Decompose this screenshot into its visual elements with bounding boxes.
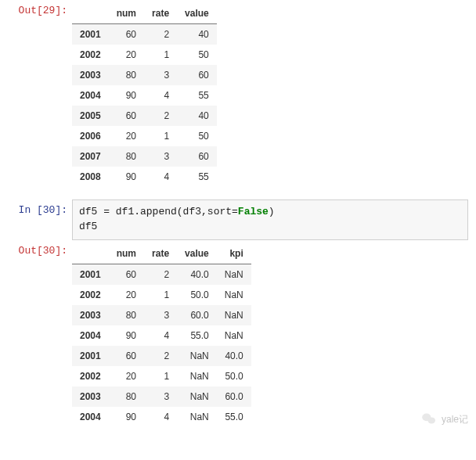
df30-cell: 2 [144, 264, 177, 285]
df30-cell: 90 [109, 325, 144, 346]
table-row: 2004904NaN55.0 [72, 407, 251, 427]
df30-cell: NaN [177, 366, 217, 386]
df29-cell: 55 [177, 167, 217, 187]
df29-idx: 2005 [72, 106, 109, 126]
df29-idx: 2004 [72, 85, 109, 106]
df29-cell: 3 [144, 146, 177, 167]
df30-col-num: num [109, 243, 144, 264]
code-input-30[interactable]: df5 = df1.append(df3,sort=False) df5 [72, 199, 468, 240]
df29-idx: 2008 [72, 167, 109, 187]
df30-cell: 1 [144, 366, 177, 386]
df29-cell: 55 [177, 85, 217, 106]
df30-cell: 80 [109, 305, 144, 325]
table-row: 200160240 [72, 24, 217, 45]
watermark-text: yale记 [442, 413, 468, 426]
df29-cell: 3 [144, 65, 177, 85]
df30-idx: 2004 [72, 407, 109, 427]
table-row: 2001602NaN40.0 [72, 346, 251, 366]
df29-col-rate: rate [144, 3, 177, 24]
df29-cell: 80 [109, 65, 144, 85]
df30-cell: NaN [217, 264, 251, 285]
df29-cell: 50 [177, 45, 217, 65]
df29-corner [72, 3, 109, 24]
table-row: 200220150.0NaN [72, 285, 251, 305]
dataframe-out-30: num rate value kpi 200160240.0NaN 200220… [72, 243, 251, 427]
df30-cell: 55.0 [217, 407, 251, 427]
df29-idx: 2007 [72, 146, 109, 167]
table-row: 200620150 [72, 126, 217, 146]
df29-cell: 60 [177, 146, 217, 167]
df30-cell: 1 [144, 285, 177, 305]
df29-idx: 2001 [72, 24, 109, 45]
df29-cell: 4 [144, 85, 177, 106]
df29-col-num: num [109, 3, 144, 24]
prompt-out-29: Out[29]: [0, 0, 72, 16]
df29-idx: 2002 [72, 45, 109, 65]
df29-cell: 1 [144, 126, 177, 146]
df30-cell: 60.0 [217, 386, 251, 407]
df30-idx: 2003 [72, 386, 109, 407]
df29-cell: 2 [144, 24, 177, 45]
df30-cell: NaN [177, 386, 217, 407]
df30-idx: 2004 [72, 325, 109, 346]
df30-cell: 2 [144, 346, 177, 366]
df30-cell: NaN [217, 305, 251, 325]
table-row: 200220150 [72, 45, 217, 65]
code-seg-pre: df5 = df1.append(df3,sort= [79, 206, 238, 217]
df29-cell: 40 [177, 24, 217, 45]
df29-cell: 80 [109, 146, 144, 167]
table-row: 200890455 [72, 167, 217, 187]
df30-cell: 20 [109, 285, 144, 305]
df29-cell: 90 [109, 85, 144, 106]
df30-cell: 55.0 [177, 325, 217, 346]
df30-cell: 4 [144, 325, 177, 346]
df30-cell: NaN [177, 346, 217, 366]
df30-cell: NaN [177, 407, 217, 427]
df29-cell: 50 [177, 126, 217, 146]
df30-col-kpi: kpi [217, 243, 251, 264]
df30-col-rate: rate [144, 243, 177, 264]
df30-idx: 2001 [72, 346, 109, 366]
df30-cell: 20 [109, 366, 144, 386]
df29-cell: 20 [109, 126, 144, 146]
df29-cell: 20 [109, 45, 144, 65]
table-row: 2002201NaN50.0 [72, 366, 251, 386]
watermark: yale记 [421, 412, 468, 427]
table-row: 200560240 [72, 106, 217, 126]
df30-cell: 90 [109, 407, 144, 427]
table-row: 200780360 [72, 146, 217, 167]
dataframe-out-29: num rate value 200160240 200220150 20038… [72, 3, 217, 187]
df30-cell: NaN [217, 285, 251, 305]
table-row: 200380360 [72, 65, 217, 85]
df30-cell: 3 [144, 305, 177, 325]
df30-idx: 2002 [72, 285, 109, 305]
df29-cell: 1 [144, 45, 177, 65]
df29-cell: 60 [109, 24, 144, 45]
df29-idx: 2006 [72, 126, 109, 146]
table-row: 2003803NaN60.0 [72, 386, 251, 407]
prompt-in-30: In [30]: [0, 199, 72, 216]
df29-idx: 2003 [72, 65, 109, 85]
table-row: 200490455 [72, 85, 217, 106]
df30-cell: 50.0 [177, 285, 217, 305]
code-seg-keyword: False [238, 206, 269, 217]
wechat-icon [421, 412, 437, 427]
table-row: 200380360.0NaN [72, 305, 251, 325]
df30-cell: 60.0 [177, 305, 217, 325]
df30-corner [72, 243, 109, 264]
df30-cell: NaN [217, 325, 251, 346]
table-row: 200490455.0NaN [72, 325, 251, 346]
df30-cell: 60 [109, 264, 144, 285]
table-row: 200160240.0NaN [72, 264, 251, 285]
df30-idx: 2001 [72, 264, 109, 285]
df29-cell: 4 [144, 167, 177, 187]
prompt-out-30: Out[30]: [0, 240, 72, 257]
df30-cell: 40.0 [177, 264, 217, 285]
df29-col-value: value [177, 3, 217, 24]
df29-cell: 90 [109, 167, 144, 187]
df29-cell: 60 [109, 106, 144, 126]
df30-cell: 60 [109, 346, 144, 366]
df30-cell: 4 [144, 407, 177, 427]
svg-point-1 [427, 417, 435, 423]
df30-idx: 2003 [72, 305, 109, 325]
